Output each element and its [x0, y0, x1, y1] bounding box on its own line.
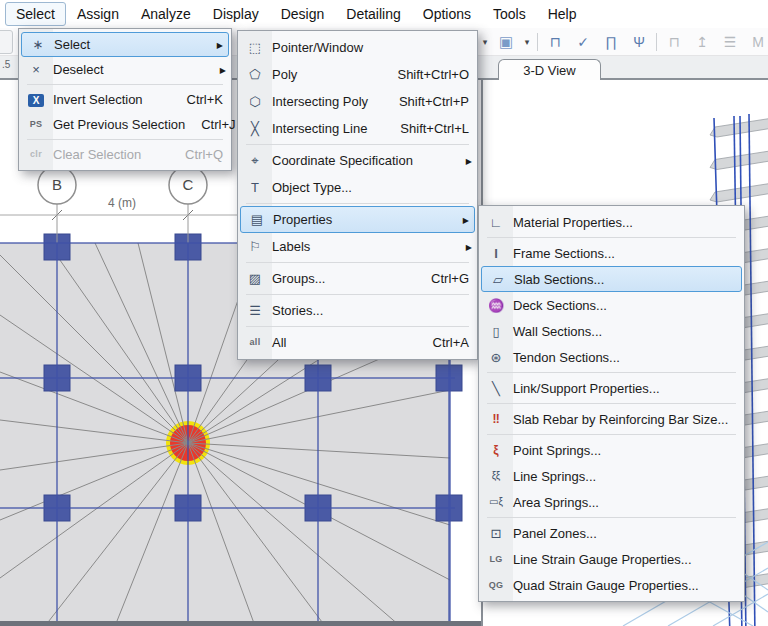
deck-sections-icon: ♒	[479, 299, 513, 312]
intersecting-line-icon: ╳	[238, 122, 272, 135]
menu-item-pointer-window[interactable]: ⬚Pointer/Window	[238, 34, 477, 61]
assign-loads-tool[interactable]: ☰	[716, 29, 744, 55]
draw-areas-tool[interactable]: ▣	[492, 29, 520, 55]
menu-item-label: Slab Sections...	[514, 272, 604, 287]
menu-separator	[487, 517, 736, 518]
menu-item-frame-sections[interactable]: IFrame Sections...	[479, 240, 744, 266]
dropdown-caret-icon[interactable]: ▾	[478, 29, 492, 55]
menu-item-groups[interactable]: ▨Groups...Ctrl+G	[238, 265, 477, 292]
menu-item-link-support-properties[interactable]: ╲Link/Support Properties...	[479, 375, 744, 401]
menubar-item-assign[interactable]: Assign	[66, 2, 130, 26]
menu-item-quad-strain-gauge-properties[interactable]: QGQuad Strain Gauge Properties...	[479, 572, 744, 598]
labels-icon: ⚐	[238, 240, 272, 253]
clear-selection-icon: clr	[19, 150, 53, 159]
partial-toolbar-text: .5	[2, 59, 10, 70]
menu-item-label: Stories...	[272, 303, 323, 318]
menu-item-labels[interactable]: ⚐Labels▶	[238, 233, 477, 260]
menu-separator	[246, 294, 469, 295]
groups-icon: ▨	[238, 272, 272, 285]
menu-item-poly[interactable]: ⬠PolyShift+Ctrl+O	[238, 61, 477, 88]
partial-toolbar-button[interactable]	[0, 30, 13, 54]
menu-item-deck-sections[interactable]: ♒Deck Sections...	[479, 292, 744, 318]
dropdown-caret-icon[interactable]: ▾	[520, 29, 534, 55]
point-springs-icon: ξ	[479, 444, 513, 456]
menu-item-deselect[interactable]: ×Deselect▶	[19, 57, 231, 82]
snap-options-tool[interactable]: ✓	[569, 29, 597, 55]
link-support-properties-icon: ╲	[479, 382, 513, 395]
menu-separator	[246, 144, 469, 145]
menu-item-line-strain-gauge-properties[interactable]: LGLine Strain Gauge Properties...	[479, 546, 744, 572]
menu-item-label: Object Type...	[272, 180, 352, 195]
menu-item-label: Properties	[273, 212, 332, 227]
model-floor-slab	[710, 183, 768, 202]
select-submenu: ⬚Pointer/Window⬠PolyShift+Ctrl+O⬡Interse…	[237, 30, 478, 360]
draw-rectangle-tool[interactable]: ⊓	[541, 29, 569, 55]
tab-3d-view[interactable]: 3-D View	[498, 59, 601, 80]
submenu-arrow-icon: ▶	[220, 65, 226, 74]
menu-separator	[487, 434, 736, 435]
menu-item-slab-sections[interactable]: ▱Slab Sections...	[481, 266, 742, 292]
menu-item-properties[interactable]: ▤Properties▶	[240, 206, 475, 233]
menu-item-point-springs[interactable]: ξPoint Springs...	[479, 437, 744, 463]
select-all-icon: all	[238, 338, 272, 347]
menubar-item-display[interactable]: Display	[202, 2, 270, 26]
menubar-item-design[interactable]: Design	[270, 2, 336, 26]
menu-item-tendon-sections[interactable]: ⊛Tendon Sections...	[479, 344, 744, 370]
menubar-item-analyze[interactable]: Analyze	[130, 2, 202, 26]
menu-item-select[interactable]: ∗Select▶	[21, 32, 229, 57]
menubar-item-help[interactable]: Help	[537, 2, 588, 26]
menubar-item-tools[interactable]: Tools	[482, 2, 537, 26]
quick-draw-columns-tool[interactable]: ∏	[597, 29, 625, 55]
menu-item-shortcut: Ctrl+Q	[169, 147, 223, 162]
menu-item-get-previous-selection[interactable]: PSGet Previous SelectionCtrl+J	[19, 112, 231, 137]
menu-item-shortcut: Ctrl+J	[185, 117, 235, 132]
menu-item-stories[interactable]: ☰Stories...	[238, 297, 477, 324]
menubar-item-select[interactable]: Select	[5, 2, 66, 26]
menu-item-label: Material Properties...	[513, 215, 633, 230]
menu-item-all[interactable]: allAllCtrl+A	[238, 329, 477, 356]
coordinate-specification-icon: ⌖	[238, 154, 272, 167]
quad-strain-gauge-icon: QG	[479, 581, 513, 590]
menu-item-panel-zones[interactable]: ⊡Panel Zones...	[479, 520, 744, 546]
line-springs-icon: ξξ	[479, 471, 513, 481]
menu-item-label: Wall Sections...	[513, 324, 602, 339]
menu-item-object-type[interactable]: TObject Type...	[238, 174, 477, 201]
menu-item-label: Line Strain Gauge Properties...	[513, 552, 692, 567]
draw-braces-tool[interactable]: ⊓	[660, 29, 688, 55]
menu-item-shortcut: Ctrl+K	[171, 92, 223, 107]
menu-separator	[246, 262, 469, 263]
menu-item-label: Intersecting Poly	[272, 94, 368, 109]
line-strain-gauge-icon: LG	[479, 555, 513, 564]
menu-separator	[487, 372, 736, 373]
menu-item-line-springs[interactable]: ξξLine Springs...	[479, 463, 744, 489]
menu-item-wall-sections[interactable]: ▯Wall Sections...	[479, 318, 744, 344]
submenu-arrow-icon: ▶	[217, 40, 223, 49]
menu-item-invert-selection[interactable]: XInvert SelectionCtrl+K	[19, 87, 231, 112]
menu-item-label: Intersecting Line	[272, 121, 367, 136]
menu-separator	[487, 237, 736, 238]
menu-item-label: Point Springs...	[513, 443, 601, 458]
menu-item-area-springs[interactable]: ▭ξArea Springs...	[479, 489, 744, 515]
menu-item-label: Area Springs...	[513, 495, 599, 510]
menu-item-label: Poly	[272, 67, 297, 82]
tendon-sections-icon: ⊛	[479, 351, 513, 364]
quick-draw-walls-tool[interactable]: Ψ	[625, 29, 653, 55]
menu-item-label: Deck Sections...	[513, 298, 607, 313]
menubar-item-options[interactable]: Options	[412, 2, 482, 26]
menu-bar: Select Assign Analyze Display Design Det…	[0, 0, 768, 28]
previous-selection-icon: PS	[19, 120, 53, 129]
menu-item-slab-rebar-by-reinforcing-bar-size[interactable]: ‼Slab Rebar by Reinforcing Bar Size...	[479, 406, 744, 432]
menu-item-intersecting-poly[interactable]: ⬡Intersecting PolyShift+Ctrl+P	[238, 88, 477, 115]
menu-item-label: Slab Rebar by Reinforcing Bar Size...	[513, 412, 728, 427]
menu-item-coordinate-specification[interactable]: ⌖Coordinate Specification▶	[238, 147, 477, 174]
model-floor-slab	[710, 151, 768, 170]
assign-supports-tool[interactable]: ↥	[688, 29, 716, 55]
menubar-item-detailing[interactable]: Detailing	[335, 2, 411, 26]
menu-item-label: Tendon Sections...	[513, 350, 620, 365]
menu-item-shortcut: Shift+Ctrl+O	[381, 67, 469, 82]
draw-cables-tool[interactable]: M	[744, 29, 768, 55]
deselect-cursor-icon: ×	[19, 63, 53, 76]
menu-item-intersecting-line[interactable]: ╳Intersecting LineShift+Ctrl+L	[238, 115, 477, 142]
menu-item-material-properties[interactable]: ∟Material Properties...	[479, 209, 744, 235]
menu-item-clear-selection[interactable]: clrClear SelectionCtrl+Q	[19, 142, 231, 167]
